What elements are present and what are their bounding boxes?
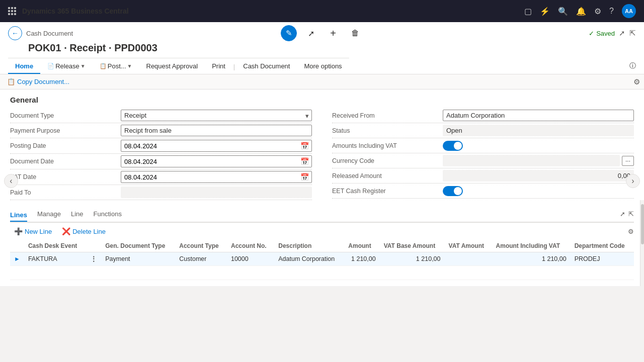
eet-cash-register-switch[interactable] — [443, 186, 463, 196]
page-title: POK01 · Receipt · PPD0003 — [28, 42, 636, 54]
posting-date-input[interactable] — [121, 141, 298, 151]
add-button[interactable]: + — [325, 25, 341, 41]
delete-line-button[interactable]: ❌ Delete Line — [58, 226, 110, 237]
edit-button[interactable]: ✎ — [281, 25, 297, 41]
lines-section: Lines Manage Line Functions ➚ ⇱ — [10, 208, 634, 280]
app-menu-icon[interactable] — [8, 7, 16, 15]
copy-document-button[interactable]: 📋 Copy Document... — [4, 76, 72, 87]
help-icon[interactable]: ? — [609, 7, 614, 16]
status-row: Status — [332, 123, 634, 138]
paid-to-label: Paid To — [10, 189, 121, 196]
amounts-incl-vat-toggle[interactable] — [443, 141, 634, 151]
info-icon[interactable]: ⓘ — [629, 61, 636, 70]
delete-line-icon: ❌ — [62, 227, 70, 235]
payment-purpose-field[interactable] — [121, 125, 312, 136]
document-date-input[interactable] — [121, 156, 298, 167]
paid-to-input[interactable] — [121, 187, 312, 198]
table-row[interactable]: ► FAKTURA ⋮ Payment Customer 10000 Adatu… — [10, 252, 634, 266]
cell-amount: 1 210,00 — [344, 252, 379, 266]
app-title: Dynamics 365 Business Central — [22, 7, 518, 15]
copy-icon: 📋 — [7, 78, 15, 85]
payment-purpose-label: Payment Purpose — [10, 127, 121, 134]
received-from-input[interactable] — [443, 110, 634, 121]
lines-header-icons: ➚ ⇱ — [620, 210, 634, 218]
tab-post[interactable]: 📋 Post... ▼ — [93, 59, 139, 74]
col-amount-incl-vat: Amount Including VAT — [492, 240, 571, 252]
vat-date-row: VAT Date 📅 — [10, 169, 312, 185]
general-section-title: General — [10, 89, 634, 108]
vertical-scrollbar[interactable] — [640, 200, 644, 286]
currency-code-input[interactable] — [443, 155, 620, 166]
back-button[interactable]: ← — [8, 26, 22, 40]
amounts-incl-vat-label: Amounts Including VAT — [332, 142, 443, 149]
prev-record-button[interactable]: ‹ — [4, 174, 18, 188]
calendar-icon-2[interactable]: 📅 — [298, 156, 311, 167]
settings-icon[interactable]: ⚙ — [594, 7, 601, 16]
col-menu — [86, 240, 101, 252]
calendar-icon[interactable]: 📅 — [298, 140, 311, 151]
document-type-label: Document Type — [10, 112, 121, 119]
row-context-menu[interactable]: ⋮ — [90, 255, 97, 263]
row-arrow-icon: ► — [14, 255, 20, 262]
new-line-button[interactable]: ➕ New Line — [10, 226, 56, 237]
currency-code-row: Currency Code ··· — [332, 153, 634, 168]
paid-to-field[interactable] — [121, 187, 312, 198]
document-date-row: Document Date 📅 — [10, 154, 312, 169]
personalize-icon[interactable]: ⚙ — [633, 77, 640, 86]
checkmark-icon: ✓ — [589, 30, 594, 37]
tab-release[interactable]: 📄 Release ▼ — [40, 59, 93, 74]
bell-icon[interactable]: 🔔 — [576, 7, 586, 16]
tab-lines[interactable]: Lines — [10, 209, 27, 222]
posting-date-label: Posting Date — [10, 142, 121, 149]
vat-date-input[interactable] — [121, 172, 298, 183]
popout-icon[interactable]: ➚ — [619, 29, 625, 38]
tab-cash-document[interactable]: Cash Document — [236, 59, 297, 74]
document-date-field[interactable]: 📅 — [121, 155, 312, 167]
document-type-field[interactable]: Receipt — [121, 110, 312, 121]
vat-date-field[interactable]: 📅 — [121, 171, 312, 183]
currency-code-label: Currency Code — [332, 157, 443, 164]
received-from-row: Received From — [332, 108, 634, 123]
scrollbar-thumb[interactable] — [641, 204, 644, 244]
tab-print[interactable]: Print — [205, 59, 232, 74]
currency-code-field[interactable]: ··· — [443, 155, 634, 166]
posting-date-field[interactable]: 📅 — [121, 140, 312, 152]
lines-share-icon[interactable]: ➚ — [620, 210, 625, 218]
tab-manage[interactable]: Manage — [37, 208, 61, 220]
status-field — [443, 125, 634, 136]
tab-request-approval[interactable]: Request Approval — [139, 59, 205, 74]
avatar[interactable]: AA — [622, 4, 636, 18]
document-type-row: Document Type Receipt — [10, 108, 312, 123]
tab-functions[interactable]: Functions — [94, 208, 122, 220]
currency-code-ellipsis[interactable]: ··· — [622, 156, 634, 166]
amounts-incl-vat-switch[interactable] — [443, 141, 463, 151]
fullscreen-icon[interactable]: ⇱ — [629, 29, 636, 38]
lines-settings-icon[interactable]: ⚙ — [628, 228, 634, 235]
tab-more-options[interactable]: More options — [297, 59, 349, 74]
calendar-icon-3[interactable]: 📅 — [298, 171, 311, 183]
search-icon[interactable]: 🔍 — [558, 7, 568, 16]
share-button[interactable]: ➚ — [303, 25, 319, 41]
col-vat-base: VAT Base Amount — [380, 240, 445, 252]
status-input — [443, 125, 634, 136]
lines-expand-icon[interactable]: ⇱ — [628, 210, 634, 218]
tab-home[interactable]: Home — [8, 59, 40, 74]
pages-icon[interactable]: ▢ — [524, 7, 532, 16]
payment-purpose-input[interactable] — [121, 125, 312, 136]
tab-line[interactable]: Line — [71, 208, 84, 220]
payment-purpose-row: Payment Purpose — [10, 123, 312, 138]
next-record-button[interactable]: › — [626, 174, 640, 188]
col-amount: Amount — [344, 240, 379, 252]
document-type-select[interactable]: Receipt — [121, 110, 312, 121]
eet-cash-register-row: EET Cash Register — [332, 184, 634, 199]
cell-gen-doc-type: Payment — [101, 252, 175, 266]
col-cash-desk-event: Cash Desk Event — [24, 240, 86, 252]
eet-cash-register-toggle[interactable] — [443, 186, 634, 196]
delete-button[interactable]: 🗑 — [347, 25, 363, 41]
cell-account-no: 10000 — [227, 252, 274, 266]
saved-label: ✓ Saved — [589, 30, 615, 37]
received-from-field[interactable] — [443, 110, 634, 121]
lightning-icon[interactable]: ⚡ — [540, 7, 550, 16]
cell-cash-desk-event: FAKTURA — [24, 252, 86, 266]
table-empty-row — [10, 266, 634, 280]
